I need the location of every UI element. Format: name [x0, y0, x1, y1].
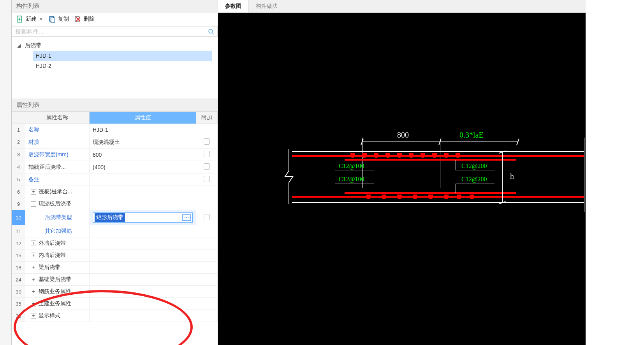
table-row[interactable]: 1名称HJD-1 — [12, 124, 218, 136]
extra-cell — [196, 136, 218, 149]
property-section: 属性列表 属性名称 属性值 附加 1名称HJD-12材质现浇混凝土3后浇带宽度(… — [12, 99, 218, 345]
tab-component-method[interactable]: 构件做法 — [249, 0, 285, 12]
table-row[interactable]: 5备注 — [12, 173, 218, 186]
table-row[interactable]: 18+梁后浇带 — [12, 262, 218, 274]
expand-icon[interactable]: + — [31, 241, 36, 246]
rebar-dot — [444, 195, 449, 199]
svg-line-9 — [212, 33, 214, 34]
value-editor[interactable]: 矩形后浇带⋯ — [93, 212, 193, 223]
ext-line — [440, 138, 440, 188]
property-value[interactable]: (400) — [90, 161, 196, 173]
expand-icon[interactable]: + — [31, 289, 36, 294]
table-row[interactable]: 12+外墙后浇带 — [12, 237, 218, 249]
delete-label: 删除 — [84, 16, 95, 23]
dim-anchor: 0.3*laE — [459, 131, 484, 140]
table-row[interactable]: 24+基础梁后浇带 — [12, 274, 218, 286]
dim-h-line — [502, 151, 503, 202]
checkbox[interactable] — [204, 214, 210, 220]
property-name: 备注 — [25, 173, 90, 186]
table-row[interactable]: 10后浇带类型矩形后浇带⋯ — [12, 210, 218, 225]
tree-item-hjd1[interactable]: HJD-1 — [33, 51, 212, 61]
section-right-v — [584, 138, 584, 212]
property-value[interactable] — [90, 286, 196, 298]
search-input-wrap[interactable] — [12, 26, 218, 37]
expand-icon[interactable]: + — [31, 265, 36, 270]
expand-icon[interactable]: + — [31, 277, 36, 282]
search-icon[interactable] — [208, 28, 214, 35]
extra-cell — [196, 210, 218, 225]
row-number: 5 — [12, 173, 25, 186]
left-gutter — [0, 0, 12, 345]
rebar-dot — [350, 153, 355, 158]
property-name: 后浇带类型 — [25, 210, 90, 225]
right-tabs: 参数图 构件做法 — [218, 0, 586, 13]
caret-down-icon[interactable]: ◢ — [17, 43, 23, 48]
new-button[interactable]: 新建 ▼ — [16, 16, 43, 23]
svg-point-8 — [209, 29, 213, 33]
row-number: 38 — [12, 310, 25, 322]
selected-value: 矩形后浇带 — [95, 213, 125, 222]
table-row[interactable]: 11其它加强筋 — [12, 225, 218, 237]
property-name: +梁后浇带 — [25, 262, 90, 274]
property-value[interactable] — [90, 186, 196, 198]
property-value[interactable] — [90, 198, 196, 210]
row-number: 30 — [12, 286, 25, 298]
expand-icon[interactable]: + — [31, 301, 36, 306]
extra-cell — [196, 173, 218, 186]
table-row[interactable]: 2材质现浇混凝土 — [12, 136, 218, 149]
row-number: 6 — [12, 186, 25, 198]
expand-icon[interactable]: + — [31, 253, 36, 258]
table-row[interactable]: 38+显示样式 — [12, 310, 218, 322]
th-value[interactable]: 属性值 — [90, 112, 196, 124]
delete-button[interactable]: 删除 — [74, 16, 95, 23]
table-row[interactable]: 3后浇带宽度(mm)800 — [12, 149, 218, 161]
extra-cell — [196, 161, 218, 173]
property-value[interactable]: 矩形后浇带⋯ — [90, 210, 196, 225]
property-value[interactable]: HJD-1 — [90, 124, 196, 136]
copy-button[interactable]: 复制 — [49, 16, 69, 23]
rebar-top-left-label: C12@100 — [339, 163, 364, 170]
property-value[interactable] — [90, 298, 196, 310]
diagram-canvas[interactable]: 800 0.3*laE C12@100 C12@100 C12@200 C12@… — [218, 13, 586, 345]
section-diagram: 800 0.3*laE C12@100 C12@100 C12@200 C12@… — [284, 130, 607, 219]
table-row[interactable]: 35+土建业务属性 — [12, 298, 218, 310]
table-row[interactable]: 15+内墙后浇带 — [12, 249, 218, 262]
checkbox[interactable] — [204, 176, 210, 182]
property-value[interactable] — [90, 274, 196, 286]
th-name: 属性名称 — [25, 112, 90, 124]
search-input[interactable] — [15, 28, 208, 35]
extra-cell — [196, 237, 218, 249]
checkbox[interactable] — [204, 151, 210, 157]
table-row[interactable]: 4轴线距后浇带...(400) — [12, 161, 218, 173]
expand-icon[interactable]: + — [31, 189, 36, 195]
rebar-dot — [456, 153, 460, 158]
tab-param-diagram[interactable]: 参数图 — [218, 0, 249, 12]
rebar-dot — [366, 195, 371, 199]
extra-cell — [196, 310, 218, 322]
property-value[interactable]: 现浇混凝土 — [90, 136, 196, 149]
property-value[interactable] — [90, 173, 196, 186]
property-value[interactable] — [90, 249, 196, 262]
property-value[interactable] — [90, 262, 196, 274]
table-row[interactable]: 9-现浇板后浇带 — [12, 198, 218, 210]
extra-cell — [196, 225, 218, 237]
extra-cell — [196, 298, 218, 310]
rebar-bot-right-label: C12@200 — [461, 176, 487, 183]
tree-item-hjd2[interactable]: HJD-2 — [33, 61, 212, 71]
expand-icon[interactable]: + — [31, 313, 36, 318]
rebar-dot — [413, 195, 417, 199]
rebar-bot-left-label: C12@100 — [339, 176, 364, 183]
property-value[interactable] — [90, 225, 196, 237]
table-row[interactable]: 6+筏板(桩承台... — [12, 186, 218, 198]
property-value[interactable]: 800 — [90, 149, 196, 161]
property-value[interactable] — [90, 237, 196, 249]
ellipsis-button[interactable]: ⋯ — [182, 214, 191, 221]
checkbox[interactable] — [204, 138, 210, 145]
collapse-icon[interactable]: - — [31, 201, 36, 207]
table-row[interactable]: 30+钢筋业务属性 — [12, 286, 218, 298]
checkbox[interactable] — [204, 163, 210, 170]
property-name: 其它加强筋 — [25, 225, 90, 237]
tree-parent[interactable]: ◢ 后浇带 — [17, 41, 212, 51]
property-value[interactable] — [90, 310, 196, 322]
dim-tick — [516, 138, 519, 145]
